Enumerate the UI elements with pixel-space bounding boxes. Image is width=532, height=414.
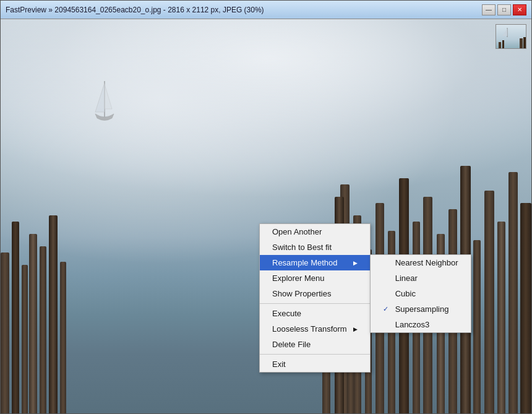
background-image: Open Another Switch to Best fit Resample…	[1, 19, 531, 413]
main-content: Open Another Switch to Best fit Resample…	[1, 19, 531, 413]
piling	[49, 215, 58, 413]
submenu-item-cubic[interactable]: Cubic	[371, 286, 471, 301]
app-window: FastPreview » 2094563164_0265eacb20_o.jp…	[0, 0, 532, 414]
window-title: FastPreview » 2094563164_0265eacb20_o.jp…	[6, 6, 264, 14]
submenu-item-linear[interactable]: Linear	[371, 270, 471, 286]
svg-rect-7	[502, 40, 504, 49]
piling	[40, 246, 46, 413]
menu-separator-2	[260, 354, 370, 355]
window-controls: — □ ✕	[482, 4, 526, 15]
svg-rect-9	[523, 37, 526, 49]
close-button[interactable]: ✕	[513, 4, 526, 15]
sailboat-image	[92, 78, 117, 127]
menu-item-open-another[interactable]: Open Another	[260, 224, 370, 239]
menu-separator	[260, 303, 370, 304]
maximize-button[interactable]: □	[497, 4, 511, 15]
piling	[473, 240, 481, 413]
submenu-item-lanczos3[interactable]: Lanczos3	[371, 317, 471, 332]
thumbnail-preview	[496, 24, 526, 49]
menu-item-explorer-menu[interactable]: Explorer Menu	[260, 270, 370, 286]
piling	[497, 222, 505, 413]
menu-item-delete-file[interactable]: Delete File	[260, 337, 370, 352]
piling	[484, 191, 494, 413]
svg-marker-2	[105, 84, 112, 109]
submenu-resample: Nearest Neighbor Linear Cubic ✓ Supe	[370, 254, 471, 333]
menu-item-exit[interactable]: Exit	[260, 356, 370, 372]
piling	[60, 262, 66, 413]
menu-item-resample-method[interactable]: Resample Method Nearest Neighbor Linear	[260, 255, 370, 270]
svg-marker-1	[95, 83, 105, 112]
minimize-button[interactable]: —	[482, 4, 496, 15]
piling	[22, 265, 28, 413]
menu-item-show-properties[interactable]: Show Properties	[260, 286, 370, 301]
piling	[12, 222, 19, 413]
piling	[29, 234, 37, 413]
piling	[520, 203, 531, 413]
svg-rect-6	[499, 42, 501, 49]
context-menu: Open Another Switch to Best fit Resample…	[259, 223, 371, 373]
menu-item-switch-best-fit[interactable]: Switch to Best fit	[260, 239, 370, 255]
menu-item-looseless-transform[interactable]: Looseless Transform	[260, 321, 370, 337]
piling	[508, 172, 518, 413]
submenu-item-supersampling[interactable]: ✓ Supersampling	[371, 301, 471, 317]
menu-item-execute[interactable]: Execute	[260, 306, 370, 321]
title-bar: FastPreview » 2094563164_0265eacb20_o.jp…	[1, 1, 531, 19]
submenu-item-nearest-neighbor[interactable]: Nearest Neighbor	[371, 255, 471, 270]
svg-rect-8	[520, 38, 523, 49]
piling	[1, 252, 9, 413]
